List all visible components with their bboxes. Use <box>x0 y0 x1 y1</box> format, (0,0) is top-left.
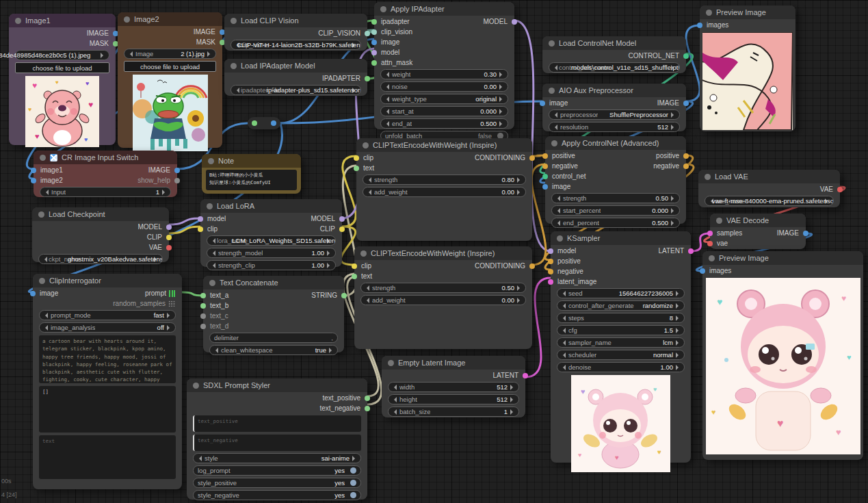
random-samples-grid-icon[interactable] <box>168 300 175 307</box>
collapse-dot[interactable] <box>231 18 237 24</box>
output-socket-model[interactable] <box>512 19 517 25</box>
collapse-dot[interactable] <box>15 18 21 24</box>
toggle-knob[interactable] <box>350 492 356 498</box>
collapse-dot[interactable] <box>193 383 199 389</box>
output-socket-conditioning[interactable] <box>529 263 535 269</box>
prompt-mode-widget[interactable]: prompt_modefast <box>39 310 176 320</box>
combo-next-arrow[interactable] <box>207 51 213 57</box>
combo-prev-arrow[interactable] <box>552 65 557 70</box>
combo-prev-arrow[interactable] <box>42 257 47 262</box>
collapse-dot[interactable] <box>380 6 386 12</box>
input-socket-clip-vision[interactable] <box>371 29 377 35</box>
input-socket-images[interactable] <box>697 23 702 28</box>
seed-widget[interactable]: seed156646227236005 <box>557 288 685 298</box>
weight-type-widget[interactable]: weight_typeoriginal <box>380 94 508 104</box>
node-ksampler[interactable]: KSampler modelLATENT positive negative l… <box>551 231 691 463</box>
collapse-dot[interactable] <box>209 280 215 286</box>
input-socket-text[interactable] <box>354 166 359 171</box>
output-socket-clip[interactable] <box>166 235 172 240</box>
ckpt-name-combo[interactable]: ckpt_nameghostmix_v20Bakedvae.safetensor… <box>38 254 163 264</box>
text-positive-textarea[interactable]: text_positive <box>193 415 361 432</box>
start-at-widget[interactable]: start_at0.000 <box>380 106 508 116</box>
output-socket-positive[interactable] <box>683 153 689 159</box>
collapse-dot[interactable] <box>363 142 369 149</box>
input-socket-latent-image[interactable] <box>548 279 553 285</box>
node-load-lora[interactable]: Load LoRA modelMODEL clipCLIP lora_nameL… <box>200 199 342 267</box>
clean-whitespace-widget[interactable]: clean_whitespacetrue <box>209 345 338 355</box>
image-analysis-widget[interactable]: image_analysisoff <box>39 322 176 333</box>
vae-name-combo[interactable]: vae_namevae-ft-mse-840000-ema-pruned.saf… <box>705 196 834 206</box>
combo-prev-arrow[interactable] <box>210 238 215 244</box>
strength-model-widget[interactable]: strength_model1.00 <box>207 248 336 258</box>
input-socket-attn-mask[interactable] <box>371 60 377 66</box>
image-file-combo[interactable]: bc057684de48985d48ce2b0c5 (1).jpeg <box>15 50 109 60</box>
collapse-dot[interactable] <box>231 63 237 69</box>
input-socket-ipadapter[interactable] <box>371 19 377 25</box>
input-select-widget[interactable]: Input1 <box>40 187 171 197</box>
collapse-dot[interactable] <box>549 88 555 94</box>
output-socket-string[interactable] <box>341 293 347 298</box>
combo-prev-arrow[interactable] <box>127 51 133 57</box>
delimiter-widget[interactable]: delimiter, <box>209 333 338 343</box>
input-socket-text-b[interactable] <box>200 303 206 309</box>
node-aio-preprocessor[interactable]: AIO Aux Preprocessor imageIMAGE preproce… <box>542 83 686 131</box>
denoise-widget[interactable]: denoise1.00 <box>557 362 685 372</box>
input-socket-clip[interactable] <box>198 227 203 232</box>
output-socket-vae[interactable] <box>166 245 172 250</box>
start-percent-widget[interactable]: start_percent0.000 <box>551 205 680 216</box>
lora-name-combo[interactable]: lora_nameLCM_LoRA_Weights_SD15.safetenso… <box>207 235 336 246</box>
input-socket-images[interactable] <box>700 268 705 274</box>
output-socket-latent[interactable] <box>523 373 528 378</box>
collapse-dot[interactable] <box>40 155 46 161</box>
node-clip-encode-negative[interactable]: CLIPTextEncodeWithWeight (Inspire) clipC… <box>354 246 532 349</box>
collapse-dot[interactable] <box>706 10 712 16</box>
style-positive-toggle[interactable]: style_positiveyes <box>193 478 361 488</box>
combo-next-arrow[interactable] <box>101 53 106 58</box>
output-socket-image[interactable] <box>683 101 689 106</box>
output-socket-show-help[interactable] <box>174 178 180 183</box>
scheduler-widget[interactable]: schedulernormal <box>557 350 685 360</box>
collapse-dot[interactable] <box>207 203 213 209</box>
strength-widget[interactable]: strength0.50 <box>360 283 526 293</box>
input-socket-text-a[interactable] <box>200 293 206 298</box>
node-preview-image-top[interactable]: Preview Image images <box>700 5 795 131</box>
collapse-dot[interactable] <box>124 16 130 23</box>
node-cr-image-input-switch[interactable]: CR Image Input Switch image1IMAGE image2… <box>34 151 177 197</box>
samples-textarea[interactable]: [] <box>39 386 176 433</box>
output-socket-conditioning[interactable] <box>529 155 535 161</box>
toggle-knob[interactable] <box>350 467 356 474</box>
combo-prev-arrow[interactable] <box>234 88 239 93</box>
collapse-dot[interactable] <box>39 278 45 284</box>
output-socket-model[interactable] <box>166 224 172 230</box>
output-socket-model[interactable] <box>339 216 345 222</box>
node-load-clip-vision[interactable]: Load CLIP Vision CLIP_VISION clip_nameCL… <box>224 14 367 51</box>
collapse-dot[interactable] <box>551 140 557 146</box>
output-socket-latent[interactable] <box>688 248 694 254</box>
add-weight-widget[interactable]: add_weight0.00 <box>360 295 526 305</box>
node-load-vae[interactable]: Load VAE VAE vae_namevae-ft-mse-840000-e… <box>698 170 840 207</box>
collapse-dot[interactable] <box>360 250 367 257</box>
input-socket-negative[interactable] <box>542 164 548 169</box>
prompt-textarea[interactable]: a cartoon bear with hearts around it, te… <box>39 335 176 383</box>
node-load-checkpoint[interactable]: Load Checkpoint MODEL CLIP VAE ckpt_name… <box>32 207 169 262</box>
node-note[interactable]: Note B站:哔哩哔哩的小小黄瓜 知识星球:小黄瓜的ComfyUI <box>202 154 301 194</box>
output-socket-clip[interactable] <box>339 227 345 232</box>
weight-widget[interactable]: weight0.30 <box>380 69 508 79</box>
collapse-dot[interactable] <box>557 235 563 242</box>
image-file-combo[interactable]: Image2 (1).jpg <box>124 49 216 59</box>
output-socket-negative[interactable] <box>683 164 689 169</box>
ipadapter-file-combo[interactable]: ipadapter_fileip-adapter-plus_sd15.safet… <box>231 85 361 95</box>
input-socket-text[interactable] <box>352 274 357 279</box>
style-negative-toggle[interactable]: style_negativeyes <box>193 490 361 500</box>
input-socket-image1[interactable] <box>31 168 36 173</box>
input-socket-clip[interactable] <box>354 155 359 161</box>
style-widget[interactable]: stylesai-anime <box>193 453 361 463</box>
note-text[interactable]: B站:哔哩哔哩的小小黄瓜 知识星球:小黄瓜的ComfyUI <box>206 170 297 190</box>
input-socket-vae[interactable] <box>707 241 713 246</box>
strength-widget[interactable]: strength0.50 <box>551 193 680 203</box>
node-image2[interactable]: Image2 IMAGE MASK Image2 (1).jpg choose … <box>118 12 222 148</box>
collapse-dot[interactable] <box>38 211 44 218</box>
input-socket-image2[interactable] <box>31 178 36 183</box>
node-preview-image-bottom[interactable]: Preview Image images ♥♥ ♥♥ ♥ ♥ <box>702 251 863 460</box>
output-socket-clip-vision[interactable] <box>365 31 370 36</box>
